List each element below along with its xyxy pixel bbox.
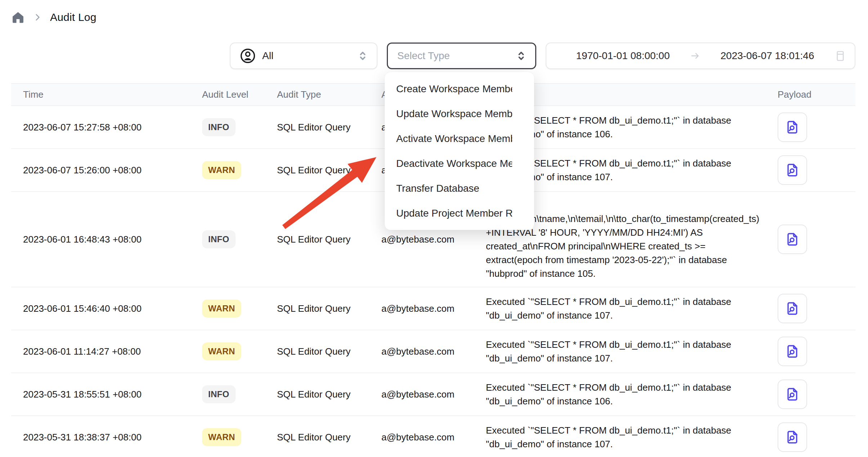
cell-time: 2023-06-01 15:46:40 +08:00 (11, 287, 195, 330)
page-title: Audit Log (50, 11, 97, 23)
audit-level-badge: WARN (202, 428, 241, 446)
cell-audit-type: SQL Editor Query (274, 192, 379, 287)
menu-item-create-workspace-member[interactable]: Create Workspace Member (385, 76, 534, 101)
type-select-menu: Create Workspace Member Update Workspace… (385, 72, 534, 230)
cell-audit-type: SQL Editor Query (274, 330, 379, 373)
column-header-payload: Payload (775, 84, 855, 106)
cell-payload (775, 106, 855, 149)
menu-item-update-workspace-member[interactable]: Update Workspace Member (385, 101, 534, 126)
payload-view-button[interactable] (778, 294, 807, 323)
date-range-picker[interactable]: 1970-01-01 08:00:00 2023-06-07 18:01:46 (546, 43, 855, 69)
arrow-right-icon (689, 50, 701, 62)
cell-time: 2023-06-07 15:26:00 +08:00 (11, 149, 195, 192)
breadcrumb: Audit Log (11, 9, 855, 25)
table-row: 2023-06-01 15:46:40 +08:00WARNSQL Editor… (11, 287, 855, 330)
cell-audit-level: INFO (195, 192, 274, 287)
cell-audit-level: WARN (195, 416, 274, 457)
chevron-right-icon (33, 13, 42, 22)
audit-level-badge: WARN (202, 161, 241, 179)
file-search-icon (785, 387, 800, 402)
menu-item-transfer-database[interactable]: Transfer Database (385, 176, 534, 201)
menu-item-update-project-member[interactable]: Update Project Member Role (385, 201, 534, 226)
cell-audit-type: SQL Editor Query (274, 287, 379, 330)
file-search-icon (785, 120, 800, 135)
cell-audit-level: WARN (195, 287, 274, 330)
type-filter-placeholder: Select Type (397, 50, 450, 62)
cell-time: 2023-06-07 15:27:58 +08:00 (11, 106, 195, 149)
file-search-icon (785, 232, 800, 247)
cell-actor: a@bytebase.com (379, 373, 483, 416)
chevrons-up-down-icon (515, 50, 527, 62)
table-row: 2023-05-31 18:38:37 +08:00WARNSQL Editor… (11, 416, 855, 457)
audit-level-badge: WARN (202, 300, 241, 318)
cell-time: 2023-06-01 11:14:27 +08:00 (11, 330, 195, 373)
payload-view-button[interactable] (778, 380, 807, 409)
home-icon[interactable] (11, 10, 25, 24)
table-row: 2023-05-31 18:55:51 +08:00INFOSQL Editor… (11, 373, 855, 416)
cell-audit-type: SQL Editor Query (274, 106, 379, 149)
cell-audit-type: SQL Editor Query (274, 149, 379, 192)
menu-item-activate-workspace-member[interactable]: Activate Workspace Member (385, 126, 534, 151)
cell-comment: Executed `"SELECT * FROM db_ui_demo.t1;"… (483, 416, 775, 457)
payload-view-button[interactable] (778, 155, 807, 185)
audit-level-badge: WARN (202, 342, 241, 360)
cell-time: 2023-05-31 18:38:37 +08:00 (11, 416, 195, 457)
payload-view-button[interactable] (778, 337, 807, 366)
file-search-icon (785, 163, 800, 178)
actor-filter-value: All (262, 50, 273, 62)
cell-comment: Executed `"SELECT * FROM db_ui_demo.t1;"… (483, 330, 775, 373)
audit-level-badge: INFO (202, 385, 236, 403)
filter-bar: All Select Type 1970-01-01 08:00:00 (11, 43, 855, 69)
cell-actor: a@bytebase.com (379, 287, 483, 330)
actor-filter-select[interactable]: All (230, 43, 377, 69)
cell-payload (775, 373, 855, 416)
date-range-end[interactable]: 2023-06-07 18:01:46 (701, 50, 834, 62)
cell-audit-level: WARN (195, 149, 274, 192)
cell-time: 2023-05-31 18:55:51 +08:00 (11, 373, 195, 416)
file-search-icon (785, 301, 800, 316)
menu-item-deactivate-workspace-member[interactable]: Deactivate Workspace Member (385, 151, 534, 176)
cell-audit-type: SQL Editor Query (274, 373, 379, 416)
cell-audit-level: WARN (195, 330, 274, 373)
chevrons-up-down-icon (357, 50, 369, 62)
file-search-icon (785, 430, 800, 445)
file-search-icon (785, 344, 800, 359)
cell-audit-level: INFO (195, 373, 274, 416)
cell-payload (775, 287, 855, 330)
cell-time: 2023-06-01 16:48:43 +08:00 (11, 192, 195, 287)
calendar-icon[interactable] (834, 49, 847, 62)
cell-payload (775, 149, 855, 192)
payload-view-button[interactable] (778, 112, 807, 142)
user-circle-icon (240, 48, 256, 64)
cell-audit-type: SQL Editor Query (274, 416, 379, 457)
column-header-time: Time (11, 84, 195, 106)
column-header-audit-level: Audit Level (195, 84, 274, 106)
audit-level-badge: INFO (202, 230, 236, 248)
audit-level-badge: INFO (202, 118, 236, 136)
cell-payload (775, 192, 855, 287)
cell-comment: Executed `"SELECT * FROM db_ui_demo.t1;"… (483, 373, 775, 416)
cell-payload (775, 330, 855, 373)
payload-view-button[interactable] (778, 225, 807, 254)
cell-comment: Executed `"SELECT * FROM db_ui_demo.t1;"… (483, 287, 775, 330)
cell-actor: a@bytebase.com (379, 330, 483, 373)
type-filter-select[interactable]: Select Type (387, 43, 536, 69)
table-row: 2023-06-01 11:14:27 +08:00WARNSQL Editor… (11, 330, 855, 373)
cell-audit-level: INFO (195, 106, 274, 149)
cell-payload (775, 416, 855, 457)
column-header-audit-type: Audit Type (274, 84, 379, 106)
payload-view-button[interactable] (778, 422, 807, 452)
cell-actor: a@bytebase.com (379, 416, 483, 457)
date-range-start[interactable]: 1970-01-01 08:00:00 (556, 50, 689, 62)
